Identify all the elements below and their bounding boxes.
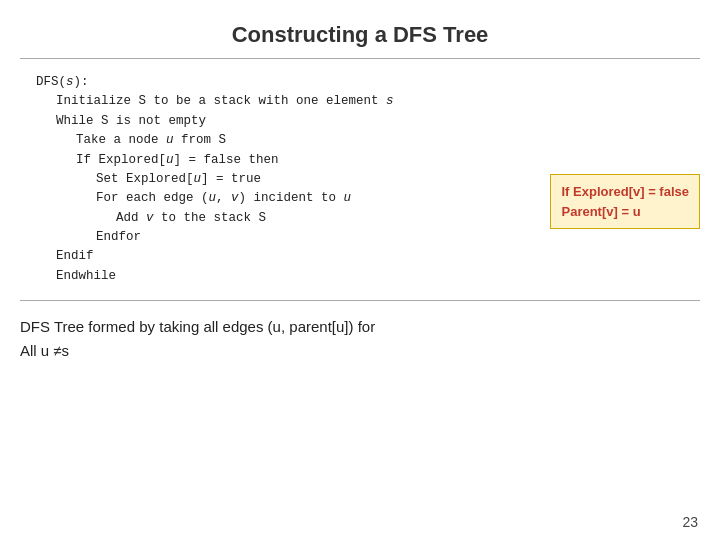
- divider-bottom: [20, 300, 700, 301]
- callout-line1: If Explored[v] = false: [561, 184, 689, 199]
- code-line-1: Initialize S to be a stack with one elem…: [36, 92, 700, 111]
- divider-top: [20, 58, 700, 59]
- code-line-10: Endwhile: [36, 267, 700, 286]
- code-line-9: Endif: [36, 247, 700, 266]
- code-line-2: While S is not empty: [36, 112, 700, 131]
- bottom-text-line1: DFS Tree formed by taking all edges (u, …: [20, 318, 375, 335]
- code-line-0: DFS(s):: [36, 73, 700, 92]
- content-area: DFS(s): Initialize S to be a stack with …: [20, 58, 700, 363]
- code-line-8: Endfor: [36, 228, 700, 247]
- callout-box: If Explored[v] = false Parent[v] = u: [550, 174, 700, 229]
- bottom-text-line2: All u ≠s: [20, 342, 69, 359]
- code-line-4: If Explored[u] = false then: [36, 151, 700, 170]
- slide-title: Constructing a DFS Tree: [232, 22, 489, 48]
- code-block-wrapper: DFS(s): Initialize S to be a stack with …: [20, 69, 700, 290]
- callout-line2: Parent[v] = u: [561, 204, 640, 219]
- slide-number: 23: [682, 514, 698, 530]
- code-line-3: Take a node u from S: [36, 131, 700, 150]
- slide-container: Constructing a DFS Tree DFS(s): Initiali…: [0, 0, 720, 540]
- bottom-text: DFS Tree formed by taking all edges (u, …: [20, 315, 375, 363]
